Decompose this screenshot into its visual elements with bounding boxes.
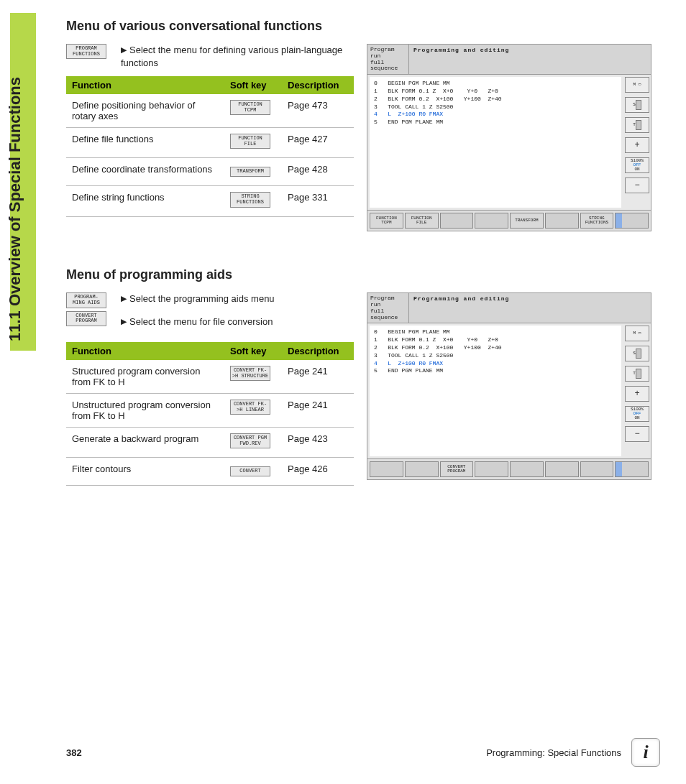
cell-description: Page 427	[282, 128, 354, 158]
softkey-empty	[545, 213, 579, 229]
th-softkey: Soft key	[224, 342, 282, 360]
cell-function: Generate a backward program	[66, 427, 224, 457]
softkey-chip: FUNCTION TCPM	[230, 100, 270, 115]
footer-chapter: Programming: Special Functions	[486, 747, 621, 758]
cell-softkey: TRANSFORM	[224, 158, 282, 186]
ctrl-s[interactable]: S	[625, 97, 649, 113]
screenshot-1: Program run full sequence Programming an…	[367, 44, 651, 231]
softkey-function-tcpm[interactable]: FUNCTION TCPM	[370, 213, 403, 229]
scr-title: Programming and editing	[409, 293, 651, 323]
page-number: 382	[66, 747, 82, 758]
th-softkey: Soft key	[224, 76, 282, 94]
arrow-icon: ▶	[121, 317, 127, 326]
softkey-string-functions[interactable]: STRING FUNCTIONS	[580, 213, 614, 229]
th-function: Function	[66, 76, 224, 94]
cell-softkey: FUNCTION FILE	[224, 128, 282, 158]
page-footer: 382 Programming: Special Functions i	[66, 738, 660, 767]
softkey-empty	[475, 213, 508, 229]
table-row: Define string functionsSTRING FUNCTIONSP…	[66, 186, 354, 216]
cell-softkey: CONVERT	[224, 458, 282, 486]
cell-function: Define positioning behavior of rotary ax…	[66, 94, 224, 128]
softkey-empty	[405, 461, 439, 477]
softkey-transform[interactable]: TRANSFORM	[510, 213, 544, 229]
softkey-empty	[440, 213, 474, 229]
scr-title: Programming and editing	[409, 45, 651, 74]
table-row: Filter contoursCONVERTPage 426	[66, 458, 354, 486]
nc-code-listing: 0 BEGIN PGM PLANE MM1 BLK FORM 0.1 Z X+0…	[370, 326, 621, 456]
section2-intro-2: ▶Select the menu for file conversion	[121, 315, 354, 328]
softkey-chip: CONVERT FK->H STRUCTURE	[230, 366, 270, 381]
softkey-convert-program[interactable]: CONVERT PROGRAM	[440, 461, 474, 477]
softkey-programming-aids: PROGRAM- MING AIDS	[66, 292, 106, 308]
softkey-empty	[475, 461, 508, 477]
side-controls: M ▭ S T S100%OFF ON	[623, 323, 651, 458]
softkey-row-1: FUNCTION TCPMFUNCTION FILETRANSFORMSTRIN…	[367, 210, 651, 231]
table-programming-aids: Function Soft key Description Structured…	[66, 342, 354, 486]
softkey-empty	[510, 461, 544, 477]
cell-function: Filter contours	[66, 458, 224, 486]
ctrl-s[interactable]: S	[625, 346, 649, 361]
ctrl-plus[interactable]	[625, 137, 649, 153]
arrow-icon: ▶	[121, 294, 127, 303]
cell-softkey: CONVERT FK->H STRUCTURE	[224, 360, 282, 394]
softkey-empty	[615, 461, 649, 477]
cell-description: Page 241	[282, 360, 354, 394]
cell-softkey: CONVERT PGM FWD.REV	[224, 427, 282, 457]
softkey-program-functions: PROGRAM FUNCTIONS	[66, 44, 106, 59]
ctrl-t[interactable]: T	[625, 117, 649, 133]
table-row: Unstructured program conversion from FK …	[66, 393, 354, 427]
cell-softkey: STRING FUNCTIONS	[224, 186, 282, 216]
ctrl-m[interactable]: M ▭	[625, 77, 649, 93]
table-row: Define coordinate transformationsTRANSFO…	[66, 158, 354, 186]
cell-function: Define file functions	[66, 128, 224, 158]
cell-function: Structured program conversion from FK to…	[66, 360, 224, 394]
section1-intro: ▶Select the menu for defining various pl…	[121, 44, 354, 69]
softkey-chip: TRANSFORM	[230, 167, 270, 177]
cell-description: Page 426	[282, 458, 354, 486]
ctrl-s100[interactable]: S100%OFF ON	[625, 406, 649, 422]
softkey-chip: FUNCTION FILE	[230, 134, 270, 149]
table-conversational-functions: Function Soft key Description Define pos…	[66, 76, 354, 216]
side-controls: M ▭ S T S100%OFF ON	[623, 75, 651, 210]
softkey-empty	[545, 461, 579, 477]
th-description: Description	[282, 342, 354, 360]
nc-code-listing: 0 BEGIN PGM PLANE MM1 BLK FORM 0.1 Z X+0…	[370, 77, 621, 208]
scr-mode: Program run full sequence	[367, 293, 409, 323]
scr-mode: Program run full sequence	[367, 45, 409, 74]
table-row: Generate a backward programCONVERT PGM F…	[66, 427, 354, 457]
ctrl-minus[interactable]	[625, 426, 649, 442]
info-icon: i	[631, 738, 660, 767]
table-row: Define positioning behavior of rotary ax…	[66, 94, 354, 128]
th-description: Description	[282, 76, 354, 94]
softkey-row-2: CONVERT PROGRAM	[367, 458, 651, 479]
ctrl-m[interactable]: M ▭	[625, 326, 649, 341]
screenshot-2: Program run full sequence Programming an…	[367, 292, 651, 480]
ctrl-s100[interactable]: S100%OFF ON	[625, 157, 649, 173]
cell-softkey: FUNCTION TCPM	[224, 94, 282, 128]
softkey-convert-program: CONVERT PROGRAM	[66, 311, 106, 326]
ctrl-minus[interactable]	[625, 177, 649, 193]
softkey-empty	[615, 213, 649, 229]
side-chapter-title: 11.1 Overview of Special Functions	[6, 77, 24, 341]
table-row: Structured program conversion from FK to…	[66, 360, 354, 394]
cell-function: Define coordinate transformations	[66, 158, 224, 186]
th-function: Function	[66, 342, 224, 360]
cell-description: Page 428	[282, 158, 354, 186]
cell-function: Define string functions	[66, 186, 224, 216]
cell-function: Unstructured program conversion from FK …	[66, 393, 224, 427]
softkey-empty	[370, 461, 403, 477]
softkey-function-file[interactable]: FUNCTION FILE	[405, 213, 439, 229]
ctrl-plus[interactable]	[625, 386, 649, 402]
arrow-icon: ▶	[121, 45, 127, 54]
section2-heading: Menu of programming aids	[66, 267, 660, 282]
section2-intro-1: ▶Select the programming aids menu	[121, 292, 354, 305]
softkey-empty	[580, 461, 614, 477]
cell-description: Page 241	[282, 393, 354, 427]
softkey-chip: CONVERT	[230, 466, 270, 476]
cell-description: Page 331	[282, 186, 354, 216]
cell-description: Page 473	[282, 94, 354, 128]
table-row: Define file functionsFUNCTION FILEPage 4…	[66, 128, 354, 158]
cell-softkey: CONVERT FK->H LINEAR	[224, 393, 282, 427]
cell-description: Page 423	[282, 427, 354, 457]
ctrl-t[interactable]: T	[625, 366, 649, 382]
